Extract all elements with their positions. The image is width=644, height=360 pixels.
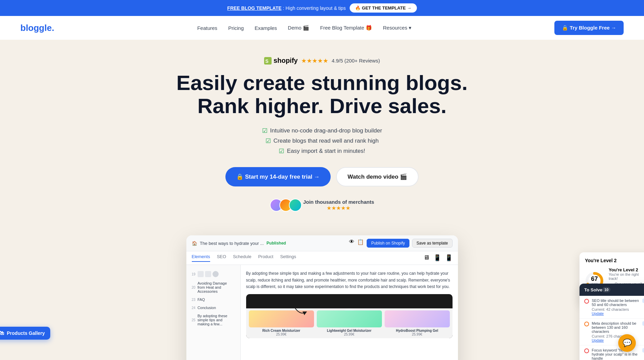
sidebar-item-19: 19 — [190, 269, 236, 279]
preview-wrapper: 🏠 The best ways to hydrate your ... Publ… — [0, 235, 644, 360]
product-hydroboost: HydroBoost Plumping Gel 25.99€ — [385, 310, 450, 336]
banner-link[interactable]: FREE BLOG TEMPLATE — [227, 5, 281, 11]
logo[interactable]: bloggle. — [20, 23, 54, 33]
dash-sidebar: 19 20 Avoiding Damage from Heat and Acce… — [186, 265, 241, 360]
chat-icon: 💬 — [623, 339, 632, 347]
tab-seo[interactable]: SEO — [217, 254, 226, 262]
hero-section: S shopify ★★★★★ 4.9/5 (200+ Reviews) Eas… — [0, 40, 644, 235]
products-gallery-badge: 🛍 Products Gallery — [0, 327, 50, 340]
to-solve-title: To Solve — [584, 287, 602, 292]
to-solve-count: 10 — [602, 287, 610, 292]
top-banner: FREE BLOG TEMPLATE : High converting lay… — [0, 0, 644, 16]
to-solve-panel: To Solve 10 ▾ SEO title should be betwee… — [579, 284, 644, 360]
hero-feature-3: ☑Easy import & start in minutes! — [7, 147, 637, 155]
sidebar-item-23: 23 FAQ — [190, 295, 236, 304]
secondary-cta-button[interactable]: Watch demo video 🎬 — [336, 167, 419, 186]
tab-settings[interactable]: Settings — [280, 254, 296, 262]
view-tablet-icon[interactable]: 📱 — [434, 254, 441, 262]
avatars — [270, 199, 298, 212]
banner-text: FREE BLOG TEMPLATE : High converting lay… — [227, 5, 346, 11]
nav-links: Features Pricing Examples Demo 🎬 Free Bl… — [197, 25, 411, 31]
update-link-2[interactable]: Update — [592, 338, 604, 342]
shopify-badge: S shopify ★★★★★ 4.9/5 (200+ Reviews) — [264, 57, 380, 65]
arrow-decoration — [288, 299, 309, 319]
seo-panel-header: You're Level 2 ✕ — [585, 258, 644, 263]
dashboard-preview: 🏠 The best ways to hydrate your ... Publ… — [186, 235, 458, 360]
hero-features: ☑Intuitive no-code drag-and-drop blog bu… — [7, 127, 637, 155]
social-proof: Join thousands of merchants ★★★★★ — [7, 199, 637, 212]
save-template-button[interactable]: Save as template — [412, 239, 453, 248]
social-text-block: Join thousands of merchants ★★★★★ — [303, 199, 374, 211]
dash-content: By adopting these simple tips and making… — [241, 265, 458, 360]
sidebar-item-24: 24 Conclusion — [190, 304, 236, 312]
tab-schedule[interactable]: Schedule — [233, 254, 251, 262]
shopify-logo: S shopify — [264, 57, 298, 65]
dash-header: 🏠 The best ways to hydrate your ... Publ… — [186, 235, 458, 251]
tab-product[interactable]: Product — [258, 254, 273, 262]
sidebar-item-25: 25 By adopting these simple tips and mak… — [190, 312, 236, 328]
main-nav: bloggle. Features Pricing Examples Demo … — [0, 16, 644, 40]
dash-breadcrumb: 🏠 The best ways to hydrate your ... Publ… — [192, 241, 286, 246]
nav-demo[interactable]: Demo 🎬 — [288, 25, 309, 31]
nav-features[interactable]: Features — [197, 25, 217, 31]
tab-elements[interactable]: Elements — [192, 254, 210, 262]
nav-pricing[interactable]: Pricing — [228, 25, 244, 31]
view-mobile-icon[interactable]: 📱 — [445, 254, 453, 262]
publish-button[interactable]: Publish on Shopify — [367, 239, 409, 248]
update-link-1[interactable]: Update — [592, 311, 604, 316]
solve-item-1: SEO title should be between 50 and 60 ch… — [579, 296, 644, 319]
content-text: By adopting these simple tips and making… — [246, 270, 453, 290]
view-desktop-icon[interactable]: 🖥 — [423, 254, 429, 262]
avatar-3 — [289, 199, 302, 212]
hero-feature-1: ☑Intuitive no-code drag-and-drop blog bu… — [7, 127, 637, 134]
hero-buttons: 🔒 Start my 14-day free trial → Watch dem… — [7, 167, 637, 186]
to-solve-header: To Solve 10 ▾ — [579, 284, 644, 296]
dash-body: 19 20 Avoiding Damage from Heat and Acce… — [186, 265, 458, 360]
dash-tabs: Elements SEO Schedule Product Settings 🖥… — [186, 251, 458, 265]
product-gel: Lightweight Gel Moisturizer 25.99€ — [317, 310, 382, 336]
nav-examples[interactable]: Examples — [255, 25, 277, 31]
chat-widget[interactable]: 💬 — [618, 334, 636, 352]
nav-free-template[interactable]: Free Blog Template 🎁 — [320, 25, 372, 31]
hero-feature-2: ☑Create blogs that read well and rank hi… — [7, 137, 637, 145]
hero-title: Easily create stunning blogs. Rank highe… — [7, 71, 637, 118]
dash-actions: 👁 📋 Publish on Shopify Save as template — [349, 239, 452, 248]
video-thumbnail[interactable]: ▶ Rich Cream Moisturizer 25.99€ Lightwei… — [246, 294, 453, 338]
sidebar-item-20: 20 Avoiding Damage from Heat and Accesso… — [190, 279, 236, 295]
svg-text:S: S — [265, 58, 268, 64]
nav-resources[interactable]: Resources ▾ — [383, 25, 411, 31]
banner-cta-button[interactable]: 🔥 GET THE TEMPLATE → — [350, 3, 417, 13]
primary-cta-button[interactable]: 🔒 Start my 14-day free trial → — [225, 167, 331, 186]
rating-text: 4.9/5 (200+ Reviews) — [332, 58, 380, 64]
nav-cta-button[interactable]: 🔒 Try Bloggle Free → — [554, 21, 624, 35]
